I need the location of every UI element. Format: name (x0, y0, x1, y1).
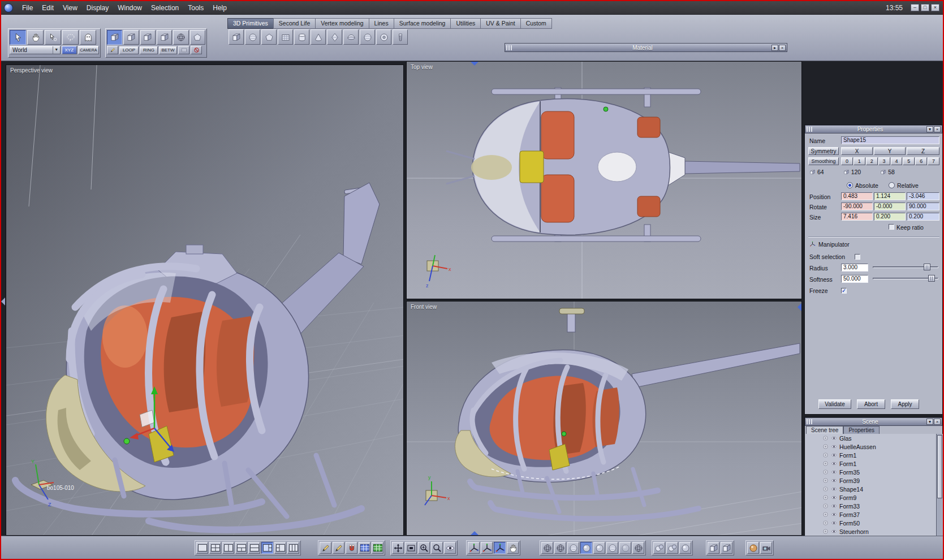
ball-primitive-button[interactable] (360, 29, 375, 45)
size-x-field[interactable]: 7.416 (841, 213, 873, 221)
panel-grip[interactable] (506, 45, 513, 50)
splitter-handle-right[interactable] (798, 303, 801, 311)
visibility-eye-icon[interactable] (831, 494, 837, 501)
textured-mode-button[interactable] (606, 542, 618, 554)
position-z-field[interactable]: -3.046 (907, 192, 939, 200)
expand-icon[interactable] (822, 494, 829, 501)
validate-button[interactable]: Validate (818, 399, 851, 409)
smooth-mode-button[interactable] (580, 542, 592, 554)
symmetry-button[interactable]: Symmetry (808, 147, 839, 155)
menubar-item[interactable]: File (18, 4, 37, 12)
size-y-field[interactable]: 0.200 (874, 213, 906, 221)
rotate-x-field[interactable]: -90.000 (841, 203, 873, 210)
layout-two-rows-button[interactable] (248, 542, 260, 554)
diamond-primitive-button[interactable] (327, 29, 342, 45)
perspective-canvas[interactable]: Y Z (6, 65, 404, 536)
close-icon[interactable]: × (779, 45, 786, 51)
mode-object-button[interactable] (107, 30, 122, 45)
mode-poly-button[interactable] (190, 30, 205, 45)
ribbon-tab[interactable]: UV & Paint (480, 18, 520, 29)
edit-loop-button[interactable] (107, 46, 118, 54)
properties-panel-header[interactable]: Properties ▾ × (805, 125, 942, 133)
name-field[interactable]: Shape15 (841, 136, 939, 144)
pan-tool-button[interactable] (392, 542, 404, 554)
symmetry-z-button[interactable]: Z (907, 147, 939, 155)
smooth-wire-mode-button[interactable] (593, 542, 605, 554)
abort-button[interactable]: Abort (857, 399, 885, 409)
front-canvas[interactable]: y x (407, 301, 802, 536)
expand-icon[interactable] (822, 460, 829, 467)
draw-tool-button[interactable] (320, 542, 331, 554)
subd-low-button[interactable] (653, 542, 665, 554)
mode-wire-button[interactable] (173, 30, 188, 45)
menubar-item[interactable]: Selection (146, 4, 183, 12)
size-z-field[interactable]: 0.200 (907, 213, 939, 221)
zoom-tool-button[interactable] (431, 542, 443, 554)
softness-field[interactable]: 50.000 (841, 275, 868, 283)
layout-quad-button[interactable] (209, 542, 221, 554)
front-viewport[interactable]: y x Front view (406, 301, 802, 536)
smoothing-level-button[interactable]: 4 (891, 157, 903, 165)
close-button[interactable]: × (931, 4, 939, 11)
position-x-field[interactable]: 0.483 (841, 192, 873, 200)
scene-tree-item[interactable]: Glas (805, 434, 936, 442)
top-canvas[interactable]: x z (407, 62, 802, 299)
layout-left-column-button[interactable] (274, 542, 286, 554)
expand-icon[interactable] (822, 520, 829, 526)
scene-tree-item[interactable]: Form50 (805, 519, 936, 527)
soft-selection-checkbox[interactable] (855, 254, 860, 260)
expand-icon[interactable]: ▸ (771, 45, 778, 51)
disable-button[interactable] (191, 46, 202, 54)
visibility-eye-icon[interactable] (831, 435, 837, 441)
camera-button[interactable]: CAMERA (78, 46, 99, 54)
axis-screen-button[interactable] (494, 542, 506, 554)
visibility-eye-icon[interactable] (831, 528, 837, 535)
softness-slider[interactable] (873, 275, 938, 282)
hand-tool-button[interactable] (27, 30, 44, 45)
expand-icon[interactable] (822, 528, 829, 535)
visibility-eye-icon[interactable] (831, 452, 837, 458)
layout-two-columns-button[interactable] (222, 542, 234, 554)
ribbon-tab[interactable]: Vertex modeling (315, 18, 368, 29)
betw-button[interactable]: BETW (159, 46, 177, 54)
scene-tree-item[interactable]: Form9 (805, 493, 936, 502)
mode-points-button[interactable] (123, 30, 139, 45)
ribbon-tab[interactable]: 3D Primitives (227, 18, 273, 29)
axis-world-button[interactable] (468, 542, 480, 554)
radius-slider[interactable] (873, 264, 938, 270)
visibility-eye-icon[interactable] (831, 477, 837, 484)
relative-radio[interactable] (889, 182, 895, 188)
symmetry-y-button[interactable]: Y (874, 147, 906, 155)
scene-tree-item[interactable]: Form39 (805, 476, 936, 485)
slider-thumb[interactable] (924, 264, 930, 270)
scene-tree-item[interactable]: Shape14 (805, 485, 936, 493)
mode-edges-button[interactable] (140, 30, 156, 45)
scene-tree-item[interactable]: Form37 (805, 510, 936, 519)
menubar-item[interactable]: Display (82, 4, 113, 12)
facet-low-button[interactable] (708, 542, 719, 554)
select-tool-button[interactable] (10, 30, 26, 45)
xyz-button[interactable]: XYZ (62, 46, 77, 54)
menubar-item[interactable]: Window (113, 4, 146, 12)
symmetry-x-button[interactable]: X (841, 147, 873, 155)
expand-icon[interactable] (822, 477, 829, 484)
smoothing-level-button[interactable]: 2 (866, 157, 878, 165)
facet-high-button[interactable] (721, 542, 732, 554)
expand-icon[interactable] (822, 503, 829, 509)
close-icon[interactable]: × (934, 126, 941, 132)
render-preview-button[interactable] (747, 542, 759, 554)
layout-single-button[interactable] (196, 542, 208, 554)
screw-primitive-button[interactable] (393, 29, 408, 45)
smoothing-level-button[interactable]: 5 (903, 157, 915, 165)
ribbon-tab[interactable]: Second Life (273, 18, 315, 29)
collapse-icon[interactable]: ▾ (926, 126, 933, 132)
sphere-primitive-button[interactable] (245, 29, 260, 45)
visibility-eye-icon[interactable] (831, 469, 837, 475)
panel-grip[interactable] (807, 127, 813, 132)
frame-tool-button[interactable] (405, 542, 417, 554)
smoothing-level-button[interactable]: 0 (841, 157, 853, 165)
top-viewport[interactable]: x z Top view (406, 61, 802, 299)
axis-local-button[interactable] (481, 542, 493, 554)
cylinder-primitive-button[interactable] (294, 29, 309, 45)
smoothing-level-button[interactable]: 1 (854, 157, 865, 165)
